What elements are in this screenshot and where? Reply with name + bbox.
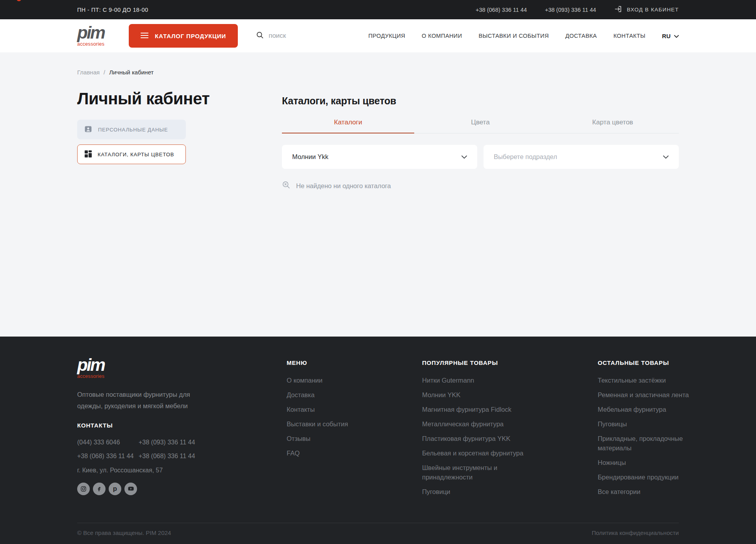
hamburger-icon [141, 32, 148, 40]
filters: Молнии Ykk Выберете подраздел [282, 145, 679, 169]
footer-link[interactable]: Прикладные, прокладочные материалы [598, 434, 691, 453]
topbar: ПН - ПТ: С 9-00 ДО 18-00 +38 (068) 336 1… [0, 0, 756, 19]
empty-state: Не найдено ни одного каталога [282, 181, 679, 191]
footer-column-title: ОСТАЛЬНЫЕ ТОВАРЫ [598, 359, 696, 366]
logo-text: pim [77, 23, 104, 42]
search-icon[interactable] [256, 31, 264, 41]
search-box [256, 31, 332, 41]
footer-links: О компании Доставка Контакты Выставки и … [287, 376, 422, 463]
footer-logo[interactable]: pim accessories [77, 357, 104, 379]
select-subsection[interactable]: Выберете подраздел [484, 145, 679, 169]
footer: pim accessories Оптовые поставщики фурни… [0, 337, 756, 544]
logo[interactable]: pim accessories [77, 25, 104, 46]
logo-subtitle: accessories [77, 374, 104, 379]
phone-link[interactable]: +38 (068) 336 11 44 [139, 453, 236, 460]
phone-link[interactable]: +38 (068) 336 11 44 [77, 453, 139, 460]
nav-item-products[interactable]: ПРОДУКЦИЯ [369, 33, 406, 39]
footer-link[interactable]: Текстильные застёжки [598, 376, 691, 385]
topbar-right: +38 (068) 336 11 44 +38 (093) 336 11 44 … [476, 5, 679, 14]
phone-link[interactable]: +38 (093) 336 11 44 [139, 439, 236, 446]
footer-other-column: ОСТАЛЬНЫЕ ТОВАРЫ Текстильные застёжки Ре… [598, 357, 696, 501]
login-icon [614, 5, 622, 14]
section-title: Каталоги, карты цветов [282, 95, 679, 107]
copyright: © Все права защищены. PIM 2024 [77, 529, 171, 536]
phone-link[interactable]: +38 (093) 336 11 44 [545, 7, 596, 13]
sidebar-item-label: КАТАЛОГИ, КАРТЫ ЦВЕТОВ [98, 152, 174, 157]
chevron-down-icon [461, 153, 467, 161]
footer-column-title: ПОПУЛЯРНЫЕ ТОВАРЫ [422, 359, 598, 366]
privacy-policy-link[interactable]: Политика конфиденциальности [592, 529, 679, 536]
footer-link[interactable]: Швейные инструменты и принадлежности [422, 463, 532, 482]
page-title: Личный кабинет [77, 91, 282, 107]
tab-colors[interactable]: Цвета [414, 118, 547, 133]
nav-item-delivery[interactable]: ДОСТАВКА [565, 33, 597, 39]
nav-item-events[interactable]: ВЫСТАВКИ И СОБЫТИЯ [478, 33, 548, 39]
language-switcher[interactable]: RU [662, 33, 679, 39]
footer-link[interactable]: Все категории [598, 487, 691, 496]
footer-popular-column: ПОПУЛЯРНЫЕ ТОВАРЫ Нитки Gutermann Молнии… [422, 357, 598, 501]
footer-contacts-title: КОНТАКТЫ [77, 422, 236, 429]
phone-link[interactable]: +38 (068) 336 11 44 [476, 7, 527, 13]
youtube-icon[interactable] [124, 483, 137, 495]
footer-link[interactable]: Молнии YKK [422, 390, 532, 400]
footer-company-column: pim accessories Оптовые поставщики фурни… [77, 357, 236, 495]
nav-item-contacts[interactable]: КОНТАКТЫ [613, 33, 645, 39]
empty-state-message: Не найдено ни одного каталога [296, 182, 391, 190]
footer-link[interactable]: FAQ [287, 448, 422, 458]
phone-link[interactable]: (044) 333 6046 [77, 439, 139, 446]
tabs: Каталоги Цвета Карта цветов [282, 118, 679, 133]
login-button[interactable]: ВХОД В КАБИНЕТ [614, 5, 679, 14]
catalog-button-label: КАТАЛОГ ПРОДУКЦИИ [155, 33, 226, 39]
breadcrumb: Главная / Личный кабинет [77, 69, 679, 76]
sidebar-item-label: ПЕРСОНАЛЬНЫЕ ДАНЫЕ [98, 127, 168, 133]
content-area: Главная / Личный кабинет Личный кабинет … [0, 52, 756, 337]
footer-menu-column: МЕНЮ О компании Доставка Контакты Выстав… [287, 357, 422, 463]
chevron-down-icon [663, 153, 669, 161]
facebook-icon[interactable] [93, 483, 106, 495]
search-input[interactable] [269, 32, 332, 40]
footer-link[interactable]: О компании [287, 376, 422, 385]
footer-link[interactable]: Пластиковая фурнитура YKK [422, 434, 532, 443]
instagram-icon[interactable] [77, 483, 90, 495]
cabinet-main: Каталоги, карты цветов Каталоги Цвета Ка… [282, 83, 679, 191]
header: pim accessories КАТАЛОГ ПРОДУКЦИИ ПРОДУК… [0, 19, 756, 52]
select-category[interactable]: Молнии Ykk [282, 145, 477, 169]
id-card-icon [84, 125, 92, 134]
cabinet-sidebar: Личный кабинет ПЕРСОНАЛЬНЫЕ ДАНЫЕ КАТАЛО… [77, 83, 282, 191]
footer-bottom: © Все права защищены. PIM 2024 Политика … [77, 523, 679, 536]
nav-item-about[interactable]: О КОМПАНИИ [422, 33, 462, 39]
footer-link[interactable]: Мебельная фурнитура [598, 405, 691, 414]
tab-color-map[interactable]: Карта цветов [547, 118, 679, 133]
tab-catalogs[interactable]: Каталоги [282, 118, 414, 133]
sidebar-item-personal-data[interactable]: ПЕРСОНАЛЬНЫЕ ДАНЫЕ [77, 120, 186, 139]
footer-link[interactable]: Доставка [287, 390, 422, 400]
sidebar-item-catalogs[interactable]: КАТАЛОГИ, КАРТЫ ЦВЕТОВ [77, 144, 186, 164]
footer-phones: (044) 333 6046 +38 (093) 336 11 44 +38 (… [77, 439, 236, 460]
footer-column-title: МЕНЮ [287, 359, 422, 366]
footer-link[interactable]: Пуговици [422, 487, 532, 496]
footer-link[interactable]: Металлическая фурнитура [422, 419, 532, 429]
footer-tagline: Оптовые поставщики фурнитуры для одежды,… [77, 389, 207, 412]
footer-link[interactable]: Отзывы [287, 434, 422, 443]
footer-link[interactable]: Выставки и события [287, 419, 422, 429]
catalog-button[interactable]: КАТАЛОГ ПРОДУКЦИИ [129, 24, 238, 48]
select-subsection-placeholder: Выберете подраздел [494, 153, 557, 161]
breadcrumb-separator: / [104, 69, 105, 76]
breadcrumb-home[interactable]: Главная [77, 69, 100, 76]
footer-link[interactable]: Магнитная фурнитура Fidlock [422, 405, 532, 414]
grid-icon [85, 150, 92, 159]
select-category-value: Молнии Ykk [292, 153, 328, 161]
footer-link[interactable]: Пуговицы [598, 419, 691, 429]
cabinet-menu: ПЕРСОНАЛЬНЫЕ ДАНЫЕ КАТАЛОГИ, КАРТЫ ЦВЕТО… [77, 120, 186, 164]
footer-link[interactable]: Бельевая и корсетная фурнитура [422, 448, 532, 458]
breadcrumb-current: Личный кабинет [109, 69, 154, 76]
footer-link[interactable]: Ременная и эластичная лента [598, 390, 691, 400]
footer-link[interactable]: Контакты [287, 405, 422, 414]
footer-main: pim accessories Оптовые поставщики фурни… [77, 357, 756, 501]
language-label: RU [662, 33, 671, 39]
footer-link[interactable]: Брендирование продукции [598, 472, 691, 482]
pinterest-icon[interactable]: p [109, 483, 121, 495]
logo-text: pim [77, 355, 104, 374]
footer-link[interactable]: Ножницы [598, 458, 691, 467]
footer-link[interactable]: Нитки Gutermann [422, 376, 532, 385]
